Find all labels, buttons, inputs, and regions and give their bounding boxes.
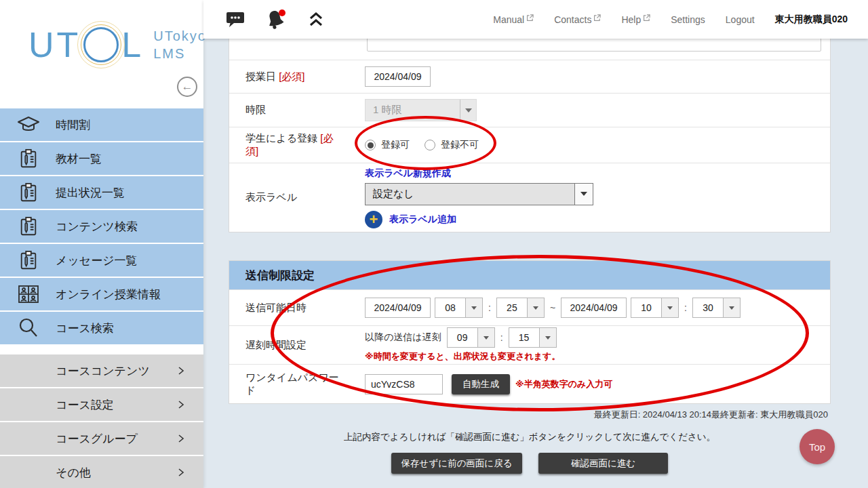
spinner-down-button[interactable]	[723, 298, 741, 318]
help-link[interactable]: Help	[621, 14, 650, 25]
sidebar-item-others[interactable]: その他	[0, 456, 203, 488]
one-time-password-label: ワンタイムパスワード	[245, 371, 339, 396]
spinner-down-button[interactable]	[661, 298, 679, 318]
spinner-down-button[interactable]	[465, 298, 483, 318]
user-name: 東大用教職員020	[775, 14, 848, 26]
submission-settings-card: 送信制限設定 送信可能日時 08 : 25 ~ 10	[229, 260, 831, 404]
class-date-input[interactable]	[365, 66, 431, 87]
display-label-label: 表示ラベル	[245, 191, 297, 203]
sidebar-item-label: コース検索	[56, 321, 114, 336]
spinner-down-button[interactable]	[527, 298, 545, 318]
auto-generate-button[interactable]: 自動生成	[452, 374, 510, 394]
scroll-to-top-button[interactable]: Top	[800, 429, 835, 464]
one-time-password-row: ワンタイムパスワード 自動生成 ※半角英数字のみ入力可	[229, 365, 830, 403]
start-date-input[interactable]	[365, 298, 431, 318]
sidebar-item-course-group[interactable]: コースグループ	[0, 422, 203, 455]
manual-link[interactable]: Manual	[493, 14, 534, 25]
period-label: 時限	[245, 104, 266, 115]
notification-bell-icon[interactable]	[264, 8, 289, 31]
late-time-prefix: 以降の送信は遅刻	[365, 331, 441, 344]
tilde-separator: ~	[550, 302, 555, 313]
online-class-icon	[16, 284, 41, 304]
topbar: Manual Contacts Help Settings Logout 東大用…	[203, 0, 868, 39]
add-display-label-link[interactable]: 表示ラベル追加	[389, 214, 456, 226]
start-hour-spinner: 08	[435, 298, 483, 318]
section-title: 送信制限設定	[245, 268, 315, 283]
clipboard-icon	[16, 216, 41, 237]
logo-text-right: L	[121, 27, 144, 62]
sidebar-menu: 時間割 教材一覧 提出状況一覧 コンテンツ検索	[0, 108, 203, 488]
late-minute-spinner: 15	[509, 327, 557, 348]
sidebar-item-label: オンライン授業情報	[56, 287, 161, 302]
sidebar-item-label: コースコンテンツ	[56, 363, 150, 379]
logo-area: UT L UTokyo LMS ←	[0, 0, 203, 108]
proceed-to-confirm-button[interactable]: 確認画面に進む	[538, 453, 668, 474]
external-link-icon	[593, 14, 601, 22]
sidebar-item-online-class[interactable]: オンライン授業情報	[0, 278, 203, 310]
bottom-buttons: 保存せずに前の画面に戻る 確認画面に進む	[229, 453, 831, 474]
contacts-link[interactable]: Contacts	[554, 14, 601, 25]
radio-unselected-icon	[425, 140, 435, 150]
sidebar-item-course-search[interactable]: コース検索	[0, 312, 203, 344]
section-header: 送信制限設定	[229, 261, 830, 289]
start-minute-spinner: 25	[496, 298, 545, 318]
sidebar-item-label: コース設定	[56, 397, 114, 413]
class-date-row: 授業日 [必須]	[229, 60, 830, 94]
chevron-right-icon	[178, 366, 184, 378]
colon-separator: :	[684, 302, 687, 313]
end-minute-spinner: 30	[692, 298, 741, 318]
clipped-text-input[interactable]	[367, 39, 821, 52]
settings-link[interactable]: Settings	[671, 14, 705, 25]
sidebar: UT L UTokyo LMS ← 時間割	[0, 0, 203, 488]
otp-note: ※半角英数字のみ入力可	[515, 378, 612, 390]
sidebar-item-submission-status[interactable]: 提出状況一覧	[0, 176, 203, 209]
period-select[interactable]: 1 時限	[365, 99, 477, 121]
sidebar-collapse-button[interactable]: ←	[177, 77, 197, 97]
chevron-down-icon	[574, 184, 593, 205]
chevron-right-icon	[178, 468, 184, 480]
student-registration-row: 学生による登録 [必須] 登録可 登録不可	[229, 127, 830, 163]
chevron-right-icon	[178, 434, 184, 446]
logo-text-left: UT	[28, 27, 81, 62]
sidebar-item-course-contents[interactable]: コースコンテンツ	[0, 354, 203, 387]
clipped-field-row	[229, 39, 830, 60]
plus-icon[interactable]: +	[365, 211, 382, 228]
available-datetime-row: 送信可能日時 08 : 25 ~ 10 :	[229, 289, 830, 326]
graduation-cap-icon	[16, 115, 41, 135]
sidebar-item-label: コンテンツ検索	[56, 219, 138, 235]
utol-logo: UT L UTokyo LMS	[28, 27, 207, 62]
external-link-icon	[643, 14, 650, 22]
topbar-links: Manual Contacts Help Settings Logout 東大用…	[493, 14, 848, 26]
one-time-password-input[interactable]	[365, 374, 443, 394]
end-date-input[interactable]	[561, 298, 627, 318]
external-link-icon	[526, 14, 534, 22]
radio-registration-not-allowed[interactable]: 登録不可	[425, 139, 479, 151]
search-icon	[16, 317, 41, 339]
sidebar-item-course-settings[interactable]: コース設定	[0, 388, 203, 421]
sidebar-item-label: 教材一覧	[56, 151, 102, 167]
sidebar-item-messages[interactable]: メッセージ一覧	[0, 244, 203, 277]
logo-o-rings	[83, 27, 119, 62]
sidebar-course-menu: コースコンテンツ コース設定 コースグループ	[0, 354, 203, 488]
spinner-down-button[interactable]	[539, 327, 557, 348]
display-label-select[interactable]: 設定なし	[365, 183, 593, 205]
main-content: 授業日 [必須] 時限 1 時限 学生による登録 [必須] 登録可 登録不	[203, 39, 868, 488]
chevron-right-icon	[178, 400, 184, 412]
sidebar-item-materials[interactable]: 教材一覧	[0, 142, 203, 175]
sidebar-item-label: コースグループ	[56, 431, 138, 447]
late-time-warning: ※時間を変更すると、出席状況も変更されます。	[365, 350, 560, 363]
late-time-label: 遅刻時間設定	[245, 339, 307, 350]
message-icon[interactable]	[225, 10, 245, 29]
logout-link[interactable]: Logout	[726, 14, 755, 25]
collapse-up-icon[interactable]	[308, 11, 324, 28]
radio-registration-allowed[interactable]: 登録可	[365, 139, 410, 151]
topbar-icons	[225, 8, 324, 31]
period-row: 時限 1 時限	[229, 94, 830, 127]
sidebar-item-content-search[interactable]: コンテンツ検索	[0, 210, 203, 243]
page: UT L UTokyo LMS ← 時間割	[0, 0, 868, 488]
back-without-save-button[interactable]: 保存せずに前の画面に戻る	[391, 453, 522, 474]
create-display-label-link[interactable]: 表示ラベル新規作成	[365, 167, 593, 180]
sidebar-item-timetable[interactable]: 時間割	[0, 108, 203, 141]
instruction-text: 上記内容でよろしければ「確認画面に進む」ボタンをクリックして次に進んでください。	[229, 431, 831, 443]
spinner-down-button[interactable]	[477, 327, 495, 348]
